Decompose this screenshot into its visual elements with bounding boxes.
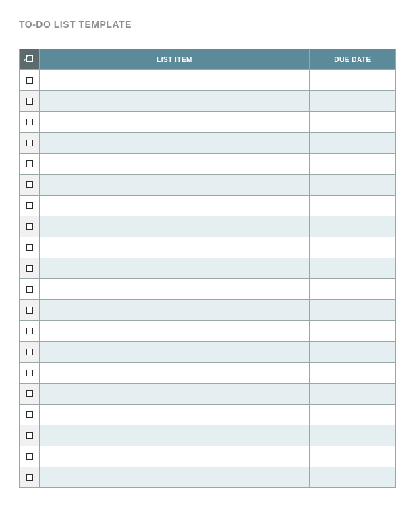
due-date-cell[interactable]: [310, 216, 396, 237]
list-item-cell[interactable]: [40, 446, 310, 467]
checkbox-cell[interactable]: [20, 216, 40, 237]
checkbox-cell[interactable]: [20, 91, 40, 112]
list-item-cell[interactable]: [40, 112, 310, 133]
checkbox-cell[interactable]: [20, 384, 40, 405]
checkbox-icon[interactable]: [26, 453, 33, 460]
checkbox-cell[interactable]: [20, 196, 40, 216]
table-row: [20, 300, 396, 321]
checkbox-cell[interactable]: [20, 112, 40, 133]
header-due-date: DUE DATE: [310, 49, 396, 70]
checkbox-cell[interactable]: [20, 133, 40, 154]
checkbox-cell[interactable]: [20, 467, 40, 488]
list-item-cell[interactable]: [40, 321, 310, 342]
checkbox-icon[interactable]: [26, 286, 33, 293]
checkbox-icon[interactable]: [26, 474, 33, 481]
table-row: [20, 384, 396, 405]
checkbox-cell[interactable]: [20, 258, 40, 279]
checkbox-icon[interactable]: [26, 307, 33, 314]
due-date-cell[interactable]: [310, 279, 396, 300]
checkbox-icon[interactable]: [26, 328, 33, 334]
table-row: [20, 446, 396, 467]
due-date-cell[interactable]: [310, 154, 396, 175]
due-date-cell[interactable]: [310, 175, 396, 196]
checkbox-icon[interactable]: [26, 349, 33, 355]
checkbox-cell[interactable]: [20, 321, 40, 342]
checkbox-icon[interactable]: [26, 160, 33, 167]
checkbox-cell[interactable]: [20, 405, 40, 425]
list-item-cell[interactable]: [40, 70, 310, 91]
due-date-cell[interactable]: [310, 133, 396, 154]
checkbox-icon[interactable]: [26, 119, 33, 125]
due-date-cell[interactable]: [310, 405, 396, 425]
due-date-cell[interactable]: [310, 258, 396, 279]
list-item-cell[interactable]: [40, 425, 310, 446]
due-date-cell[interactable]: [310, 321, 396, 342]
table-row: [20, 91, 396, 112]
table-row: [20, 279, 396, 300]
table-row: [20, 467, 396, 488]
list-item-cell[interactable]: [40, 279, 310, 300]
checkbox-cell[interactable]: [20, 342, 40, 363]
list-item-cell[interactable]: [40, 405, 310, 425]
due-date-cell[interactable]: [310, 384, 396, 405]
checkbox-icon[interactable]: [26, 202, 33, 209]
checkbox-cell[interactable]: [20, 175, 40, 196]
checkbox-cell[interactable]: [20, 70, 40, 91]
due-date-cell[interactable]: [310, 467, 396, 488]
checkbox-icon[interactable]: [26, 432, 33, 439]
table-row: [20, 154, 396, 175]
header-list-item: LIST ITEM: [40, 49, 310, 70]
checkbox-icon[interactable]: [26, 411, 33, 418]
checkbox-cell[interactable]: [20, 154, 40, 175]
list-item-cell[interactable]: [40, 363, 310, 384]
table-row: [20, 112, 396, 133]
checkbox-icon[interactable]: [26, 140, 33, 146]
due-date-cell[interactable]: [310, 363, 396, 384]
list-item-cell[interactable]: [40, 342, 310, 363]
checkbox-icon[interactable]: [26, 265, 33, 272]
page: TO-DO LIST TEMPLATE LIST ITEM DUE DATE: [0, 0, 411, 507]
table-row: [20, 363, 396, 384]
list-item-cell[interactable]: [40, 91, 310, 112]
header-check: [20, 49, 40, 70]
page-title: TO-DO LIST TEMPLATE: [19, 19, 396, 30]
due-date-cell[interactable]: [310, 446, 396, 467]
table-header-row: LIST ITEM DUE DATE: [20, 49, 396, 70]
checkbox-icon[interactable]: [26, 223, 33, 230]
checkbox-icon[interactable]: [26, 244, 33, 251]
list-item-cell[interactable]: [40, 175, 310, 196]
list-item-cell[interactable]: [40, 258, 310, 279]
due-date-cell[interactable]: [310, 425, 396, 446]
list-item-cell[interactable]: [40, 467, 310, 488]
checkbox-cell[interactable]: [20, 279, 40, 300]
due-date-cell[interactable]: [310, 300, 396, 321]
list-item-cell[interactable]: [40, 133, 310, 154]
due-date-cell[interactable]: [310, 237, 396, 258]
checkbox-cell[interactable]: [20, 300, 40, 321]
checkbox-cell[interactable]: [20, 363, 40, 384]
table-row: [20, 196, 396, 216]
list-item-cell[interactable]: [40, 216, 310, 237]
list-item-cell[interactable]: [40, 300, 310, 321]
table-row: [20, 342, 396, 363]
table-row: [20, 175, 396, 196]
checkbox-icon[interactable]: [26, 181, 33, 188]
table-row: [20, 216, 396, 237]
checkbox-icon[interactable]: [26, 390, 33, 397]
checkbox-cell[interactable]: [20, 237, 40, 258]
checkbox-icon[interactable]: [26, 370, 33, 376]
checkbox-cell[interactable]: [20, 425, 40, 446]
checkbox-icon[interactable]: [26, 77, 33, 84]
list-item-cell[interactable]: [40, 237, 310, 258]
due-date-cell[interactable]: [310, 342, 396, 363]
table-row: [20, 70, 396, 91]
due-date-cell[interactable]: [310, 196, 396, 216]
list-item-cell[interactable]: [40, 196, 310, 216]
checkbox-cell[interactable]: [20, 446, 40, 467]
due-date-cell[interactable]: [310, 112, 396, 133]
checkbox-icon[interactable]: [26, 98, 33, 105]
due-date-cell[interactable]: [310, 70, 396, 91]
list-item-cell[interactable]: [40, 384, 310, 405]
list-item-cell[interactable]: [40, 154, 310, 175]
due-date-cell[interactable]: [310, 91, 396, 112]
